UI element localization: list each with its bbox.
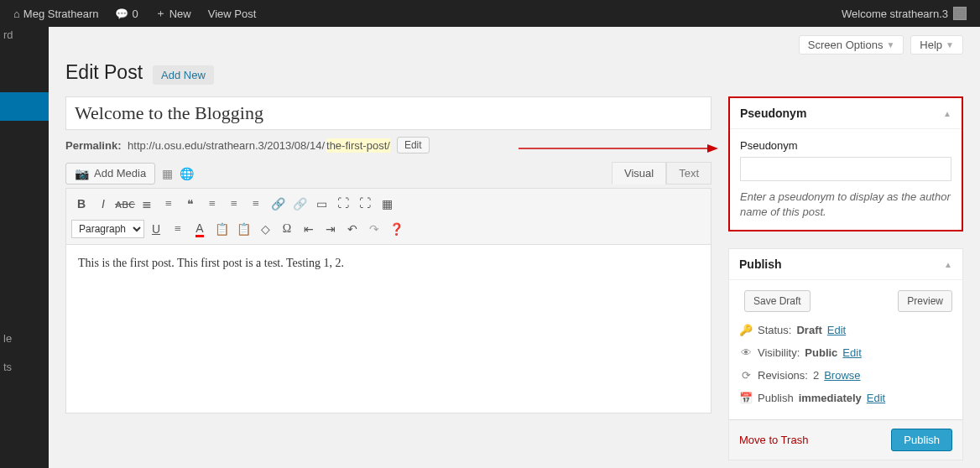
more-button[interactable]: ▭ [311, 194, 331, 214]
comments-count: 0 [132, 8, 138, 20]
clear-format-button[interactable]: ◇ [255, 219, 275, 239]
paste-word-button[interactable]: 📋 [233, 219, 253, 239]
permalink-label: Permalink: [65, 139, 121, 152]
publish-button[interactable]: Publish [891, 429, 952, 451]
view-post-link[interactable]: View Post [201, 8, 263, 20]
format-select[interactable]: Paragraph [71, 220, 144, 238]
quote-button[interactable]: ❝ [180, 194, 201, 214]
permalink-slug: the-first-post/ [326, 138, 390, 153]
avatar [953, 7, 967, 20]
globe-icon[interactable]: 🌐 [180, 167, 194, 180]
indent-button[interactable]: ⇥ [321, 219, 341, 239]
admin-topbar: ⌂ Meg Strathearn 💬 0 ＋ New View Post Wel… [0, 0, 980, 27]
bold-button[interactable]: B [71, 194, 91, 214]
plus-icon: ＋ [155, 6, 166, 21]
key-icon: 🔑 [739, 324, 753, 336]
strike-button[interactable]: ᴀʙᴄ [115, 194, 135, 214]
text-color-button[interactable]: A [190, 219, 210, 239]
content-area: Screen Options ▼ Help ▼ Edit Post Add Ne… [49, 27, 980, 468]
panel-toggle-icon[interactable]: ▲ [943, 109, 951, 118]
publish-panel-title: Publish [739, 257, 782, 271]
pseudonym-panel: Pseudonym ▲ Pseudonym Enter a pseudonym … [728, 96, 963, 231]
admin-sidebar: rd le ts [0, 27, 49, 468]
underline-button[interactable]: U [146, 219, 166, 239]
comment-icon: 💬 [115, 8, 128, 20]
new-label: New [169, 8, 191, 20]
home-icon: ⌂ [13, 8, 20, 20]
save-draft-button[interactable]: Save Draft [744, 290, 811, 312]
outdent-button[interactable]: ⇤ [299, 219, 319, 239]
move-to-trash-link[interactable]: Move to Trash [739, 434, 808, 446]
fullscreen-button[interactable]: ⛶ [333, 194, 353, 214]
edit-schedule-link[interactable]: Edit [867, 392, 885, 404]
editor-body[interactable]: This is the first post. This first post … [66, 245, 711, 413]
help-button[interactable]: Help ▼ [910, 35, 963, 55]
permalink-base: http://u.osu.edu/strathearn.3/2013/08/14… [128, 139, 325, 152]
permalink-row: Permalink: http://u.osu.edu/strathearn.3… [65, 137, 712, 153]
redo-button[interactable]: ↷ [364, 219, 384, 239]
add-new-button[interactable]: Add New [153, 65, 214, 85]
revisions-icon: ⟳ [739, 369, 753, 382]
tab-visual[interactable]: Visual [612, 162, 666, 185]
tab-text[interactable]: Text [666, 162, 712, 185]
distraction-free-button[interactable]: ⛶ [355, 194, 375, 214]
status-value: Draft [796, 324, 821, 336]
undo-button[interactable]: ↶ [342, 219, 362, 239]
bullet-list-button[interactable]: ≣ [137, 194, 157, 214]
site-link[interactable]: ⌂ Meg Strathearn [7, 8, 105, 20]
pseudonym-input[interactable] [740, 157, 951, 181]
paste-text-button[interactable]: 📋 [211, 219, 232, 239]
chevron-down-icon: ▼ [886, 40, 894, 49]
eye-icon: 👁 [739, 346, 753, 359]
sidebar-item-cropped[interactable]: rd [3, 29, 13, 41]
sidebar-item-cropped[interactable]: ts [3, 361, 12, 373]
schedule-value: immediately [799, 392, 862, 404]
justify-button[interactable]: ≡ [168, 219, 188, 239]
view-post-label: View Post [208, 8, 257, 20]
page-title: Edit Post [65, 61, 143, 84]
link-button[interactable]: 🔗 [268, 194, 288, 214]
sidebar-item-active[interactable] [0, 92, 49, 121]
account-menu[interactable]: Welcome strathearn.3 [835, 7, 973, 20]
align-center-button[interactable]: ≡ [224, 194, 244, 214]
help-icon[interactable]: ❓ [386, 219, 406, 239]
pseudonym-panel-title: Pseudonym [740, 107, 806, 120]
visibility-label: Visibility: [758, 346, 800, 359]
edit-status-link[interactable]: Edit [827, 324, 846, 336]
panel-toggle-icon[interactable]: ▲ [944, 260, 952, 269]
italic-button[interactable]: I [93, 194, 113, 214]
align-left-button[interactable]: ≡ [202, 194, 222, 214]
publish-panel: Publish ▲ Save Draft Preview 🔑 Status: D… [728, 248, 963, 460]
number-list-button[interactable]: ≡ [159, 194, 179, 214]
editor: B I ᴀʙᴄ ≣ ≡ ❝ ≡ ≡ ≡ 🔗 🔗 ▭ ⛶ [65, 188, 712, 413]
add-media-button[interactable]: 📷 Add Media [65, 163, 155, 185]
comments-link[interactable]: 💬 0 [108, 8, 144, 20]
chevron-down-icon: ▼ [946, 40, 954, 49]
calendar-icon: 📅 [739, 392, 753, 404]
welcome-text: Welcome strathearn.3 [842, 8, 948, 20]
new-link[interactable]: ＋ New [149, 6, 198, 21]
edit-visibility-link[interactable]: Edit [842, 346, 861, 359]
align-right-button[interactable]: ≡ [246, 194, 266, 214]
post-title-input[interactable] [65, 96, 712, 130]
kitchen-sink-button[interactable]: ▦ [377, 194, 397, 214]
preview-button[interactable]: Preview [898, 290, 952, 312]
pseudonym-hint: Enter a pseudonym to display as the auth… [740, 190, 951, 220]
screen-options-button[interactable]: Screen Options ▼ [799, 35, 904, 55]
special-char-button[interactable]: Ω [277, 219, 297, 239]
visibility-value: Public [805, 346, 837, 359]
status-label: Status: [758, 324, 791, 336]
unlink-button[interactable]: 🔗 [289, 194, 310, 214]
pseudonym-label: Pseudonym [740, 139, 951, 152]
revisions-label: Revisions: [758, 369, 808, 382]
browse-revisions-link[interactable]: Browse [824, 369, 860, 382]
editor-toolbar: B I ᴀʙᴄ ≣ ≡ ❝ ≡ ≡ ≡ 🔗 🔗 ▭ ⛶ [66, 189, 711, 245]
schedule-label: Publish [758, 392, 794, 404]
grid-icon[interactable]: ▦ [162, 167, 173, 180]
edit-permalink-button[interactable]: Edit [397, 137, 430, 153]
sidebar-item-cropped[interactable]: le [3, 332, 12, 345]
site-name: Meg Strathearn [23, 8, 99, 20]
media-icon: 📷 [75, 167, 89, 180]
revisions-value: 2 [813, 369, 819, 382]
